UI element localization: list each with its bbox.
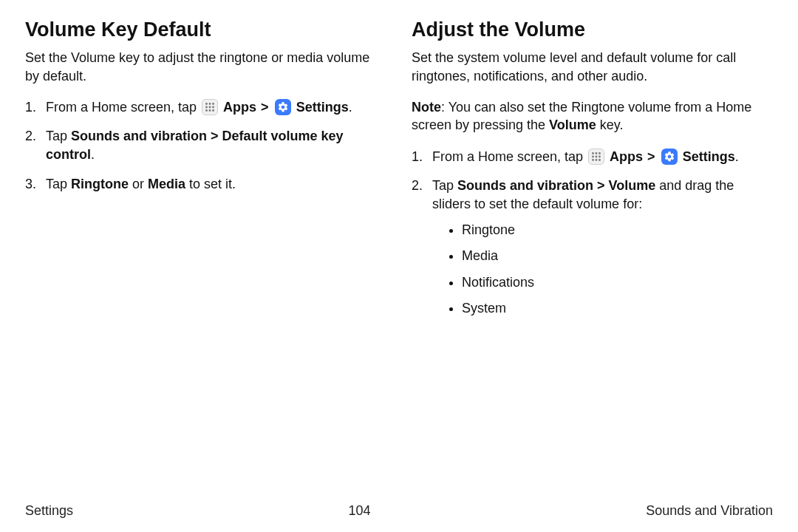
svg-point-15 xyxy=(592,159,594,161)
page-footer: Settings 104 Sounds and Vibration xyxy=(25,499,773,519)
step-text: Tap xyxy=(432,178,457,193)
chevron-icon: > xyxy=(261,98,269,117)
apps-label: Apps xyxy=(610,149,643,164)
footer-right: Sounds and Vibration xyxy=(646,503,773,519)
apps-icon xyxy=(202,99,218,115)
settings-label: Settings xyxy=(296,100,349,115)
settings-icon xyxy=(661,149,678,165)
svg-point-1 xyxy=(209,103,211,105)
left-column: Volume Key Default Set the Volume key to… xyxy=(25,18,386,499)
step-bold-2: Media xyxy=(148,177,185,191)
right-note: Note: You can also set the Ringtone volu… xyxy=(412,98,773,134)
left-intro: Set the Volume key to adjust the rington… xyxy=(25,49,386,85)
settings-icon xyxy=(275,99,291,115)
svg-point-17 xyxy=(598,159,601,161)
left-steps: From a Home screen, tap Apps > Settings. xyxy=(25,98,386,194)
right-step-2: Tap Sounds and vibration > Volume and dr… xyxy=(412,177,773,318)
two-column-layout: Volume Key Default Set the Volume key to… xyxy=(25,18,773,499)
step-text: Tap xyxy=(46,177,71,191)
right-column: Adjust the Volume Set the system volume … xyxy=(412,18,773,499)
svg-point-0 xyxy=(205,103,208,105)
left-step-1: From a Home screen, tap Apps > Settings. xyxy=(25,98,386,117)
note-text-tail: key. xyxy=(596,117,624,132)
step-bold: Sounds and vibration > Volume xyxy=(457,178,655,193)
step-text-tail: . xyxy=(349,100,352,115)
note-label: Note xyxy=(412,100,441,115)
step-text-tail: . xyxy=(735,149,739,164)
volume-types-list: Ringtone Media Notifications System xyxy=(432,221,773,318)
bullet-media: Media xyxy=(462,247,773,265)
svg-point-4 xyxy=(209,106,211,109)
svg-point-6 xyxy=(205,109,208,112)
left-step-3: Tap Ringtone or Media to set it. xyxy=(25,175,386,194)
right-step-1: From a Home screen, tap Apps > Settings. xyxy=(412,148,773,166)
svg-point-10 xyxy=(596,152,598,154)
svg-point-16 xyxy=(596,159,598,161)
apps-label: Apps xyxy=(223,100,256,115)
step-text: From a Home screen, tap xyxy=(432,149,587,164)
footer-left: Settings xyxy=(25,503,73,519)
svg-point-13 xyxy=(596,155,598,157)
left-step-2: Tap Sounds and vibration > Default volum… xyxy=(25,127,386,164)
bullet-ringtone: Ringtone xyxy=(462,221,773,239)
bullet-system: System xyxy=(462,299,773,318)
right-title: Adjust the Volume xyxy=(412,18,773,41)
step-bold: Ringtone xyxy=(71,177,129,191)
chevron-icon: > xyxy=(647,148,655,166)
svg-point-7 xyxy=(209,109,211,112)
step-text-mid: or xyxy=(129,177,148,191)
svg-point-5 xyxy=(212,106,214,109)
page-number: 104 xyxy=(349,503,371,519)
right-steps: From a Home screen, tap Apps > Settings. xyxy=(412,148,773,318)
settings-label: Settings xyxy=(683,149,735,164)
step-text: From a Home screen, tap xyxy=(46,100,200,115)
bullet-notifications: Notifications xyxy=(462,273,773,292)
right-intro: Set the system volume level and default … xyxy=(412,49,773,85)
svg-point-14 xyxy=(598,155,601,157)
note-bold: Volume xyxy=(549,117,596,132)
manual-page: Volume Key Default Set the Volume key to… xyxy=(0,0,798,532)
step-text: Tap xyxy=(46,129,71,143)
step-text-tail: . xyxy=(91,147,95,162)
left-title: Volume Key Default xyxy=(25,18,386,41)
svg-point-12 xyxy=(592,155,594,157)
svg-point-3 xyxy=(205,106,208,109)
apps-icon xyxy=(588,149,604,165)
svg-point-8 xyxy=(212,109,214,112)
svg-point-11 xyxy=(598,152,601,154)
step-text-tail: to set it. xyxy=(185,177,236,191)
svg-point-9 xyxy=(592,152,594,154)
svg-point-2 xyxy=(212,103,214,105)
